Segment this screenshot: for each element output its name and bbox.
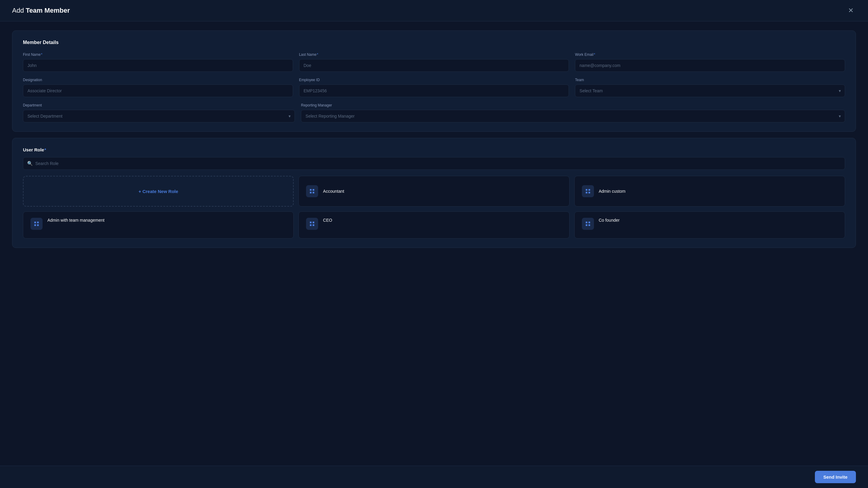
designation-input[interactable] <box>23 85 293 97</box>
close-button[interactable]: ✕ <box>846 6 856 15</box>
admin-custom-role-card[interactable]: Admin custom <box>574 176 845 206</box>
user-role-card: User Role* 🔍 + Create New Role <box>12 138 856 248</box>
employee-id-label: Employee ID <box>299 78 569 82</box>
ceo-role-icon <box>306 218 318 230</box>
modal-body: Member Details First Name* Last Name* <box>0 22 868 466</box>
role-icon-svg <box>585 221 591 227</box>
modal-header: Add Team Member ✕ <box>0 0 868 22</box>
employee-id-input[interactable] <box>299 85 569 97</box>
search-icon: 🔍 <box>27 161 33 166</box>
accountant-role-name: Accountant <box>323 189 344 194</box>
roles-grid: + Create New Role Accountant <box>23 176 845 238</box>
co-founder-role-name: Co founder <box>599 218 620 223</box>
co-founder-role-icon <box>582 218 594 230</box>
work-email-required: * <box>594 53 595 57</box>
member-details-title: Member Details <box>23 40 845 45</box>
first-name-input[interactable] <box>23 59 293 72</box>
team-group: Team Select Team ▾ <box>575 78 845 97</box>
last-name-required: * <box>317 53 318 57</box>
admin-custom-role-name: Admin custom <box>599 189 626 194</box>
first-name-group: First Name* <box>23 53 293 72</box>
last-name-group: Last Name* <box>299 53 569 72</box>
ceo-role-name: CEO <box>323 218 332 223</box>
form-row-3: Department Select Department ▾ Reporting… <box>23 103 845 123</box>
reporting-manager-select[interactable]: Select Reporting Manager <box>301 110 845 123</box>
designation-group: Designation <box>23 78 293 97</box>
create-new-role-card[interactable]: + Create New Role <box>23 176 294 206</box>
accountant-role-card[interactable]: Accountant <box>299 176 569 206</box>
admin-with-team-role-card[interactable]: Admin with team management <box>23 212 294 238</box>
ceo-role-card[interactable]: CEO <box>299 212 569 238</box>
role-icon-svg <box>33 221 40 227</box>
team-select-wrapper: Select Team ▾ <box>575 85 845 97</box>
form-row-2: Designation Employee ID Team Select Team… <box>23 78 845 97</box>
member-details-card: Member Details First Name* Last Name* <box>12 30 856 132</box>
work-email-input[interactable] <box>575 59 845 72</box>
admin-with-team-role-name: Admin with team management <box>48 218 104 223</box>
send-invite-button[interactable]: Send Invite <box>815 471 856 483</box>
team-label: Team <box>575 78 845 82</box>
role-search-input[interactable] <box>23 157 845 170</box>
admin-custom-role-icon <box>582 185 594 197</box>
title-prefix: Add <box>12 7 26 14</box>
reporting-manager-group: Reporting Manager Select Reporting Manag… <box>301 103 845 123</box>
designation-label: Designation <box>23 78 293 82</box>
modal-title: Add Team Member <box>12 7 70 14</box>
team-select[interactable]: Select Team <box>575 85 845 97</box>
form-row-1: First Name* Last Name* Work Email* <box>23 53 845 72</box>
role-icon-svg <box>309 221 315 227</box>
department-select[interactable]: Select Department <box>23 110 295 123</box>
accountant-role-icon <box>306 185 318 197</box>
first-name-label: First Name* <box>23 53 293 57</box>
department-label: Department <box>23 103 295 107</box>
modal-overlay: Add Team Member ✕ Member Details First N… <box>0 0 868 488</box>
last-name-input[interactable] <box>299 59 569 72</box>
co-founder-role-card[interactable]: Co founder <box>574 212 845 238</box>
title-main: Team Member <box>26 7 70 14</box>
last-name-label: Last Name* <box>299 53 569 57</box>
department-group: Department Select Department ▾ <box>23 103 295 123</box>
department-select-wrapper: Select Department ▾ <box>23 110 295 123</box>
first-name-required: * <box>41 53 42 57</box>
reporting-manager-label: Reporting Manager <box>301 103 845 107</box>
work-email-group: Work Email* <box>575 53 845 72</box>
close-icon: ✕ <box>848 7 854 14</box>
reporting-manager-select-wrapper: Select Reporting Manager ▾ <box>301 110 845 123</box>
work-email-label: Work Email* <box>575 53 845 57</box>
admin-with-team-role-icon <box>30 218 42 230</box>
user-role-required: * <box>44 147 46 152</box>
employee-id-group: Employee ID <box>299 78 569 97</box>
modal-footer: Send Invite <box>0 466 868 488</box>
create-new-role-label: + Create New Role <box>138 189 178 194</box>
role-search-wrapper: 🔍 <box>23 157 845 170</box>
user-role-title: User Role* <box>23 147 845 152</box>
role-icon-svg <box>309 188 315 195</box>
role-icon-svg <box>585 188 591 195</box>
